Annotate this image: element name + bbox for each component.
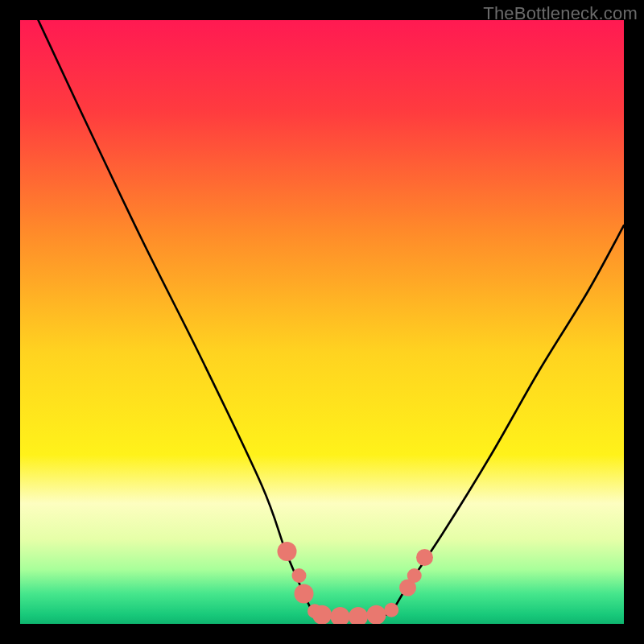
chart-background — [20, 20, 624, 624]
data-marker — [278, 542, 297, 561]
data-marker — [416, 549, 433, 566]
chart-frame: TheBottleneck.com — [0, 0, 644, 644]
data-marker — [292, 568, 307, 583]
data-marker — [312, 605, 332, 624]
bottleneck-chart — [20, 20, 624, 624]
data-marker — [295, 584, 314, 604]
data-marker — [384, 603, 398, 617]
data-marker — [407, 568, 422, 583]
data-marker — [367, 605, 386, 624]
